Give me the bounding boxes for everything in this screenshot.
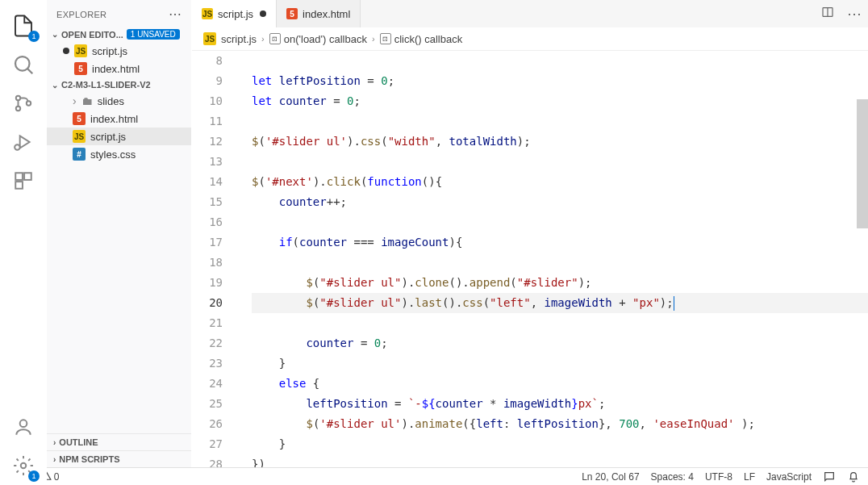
css-file-icon: # — [73, 148, 86, 161]
open-editor-item[interactable]: JSscript.js — [47, 42, 191, 60]
line-number: 13 — [192, 152, 223, 172]
status-feedback-icon[interactable] — [823, 470, 836, 483]
tab-bar: JSscript.js5index.html ⋯ — [192, 0, 868, 27]
source-control-icon[interactable] — [9, 89, 38, 118]
code-line[interactable]: let counter = 0; — [252, 91, 868, 111]
code-line[interactable] — [252, 51, 868, 71]
line-number: 9 — [192, 71, 223, 91]
js-file-icon: JS — [203, 32, 216, 45]
tab-script-js[interactable]: JSscript.js — [192, 0, 277, 27]
explorer-badge: 1 — [28, 31, 40, 42]
split-editor-icon[interactable] — [815, 6, 841, 23]
code-line[interactable]: } — [252, 353, 868, 374]
gutter: 8910111213141516171819202122232425262728 — [192, 51, 237, 467]
scrollbar[interactable] — [857, 51, 868, 467]
svg-point-10 — [20, 420, 27, 427]
npm-scripts-header[interactable]: › NPM SCRIPTS — [47, 450, 191, 467]
svg-point-11 — [21, 463, 27, 469]
line-number: 16 — [192, 212, 223, 232]
status-eol[interactable]: LF — [744, 471, 755, 483]
code-line[interactable]: $('#slider ul').css("width", totalWidth)… — [252, 132, 868, 152]
code-line[interactable]: if(counter === imageCount){ — [252, 232, 868, 253]
code-line[interactable]: $("#slider ul").last().css("left", image… — [252, 293, 868, 313]
code-line[interactable]: counter++; — [252, 192, 868, 212]
tree-file[interactable]: #styles.css — [47, 145, 191, 163]
html-file-icon: 5 — [74, 62, 87, 75]
status-spaces[interactable]: Spaces: 4 — [651, 471, 694, 483]
scroll-thumb[interactable] — [857, 99, 868, 228]
chevron-right-icon: › — [73, 94, 77, 107]
code-line[interactable] — [252, 111, 868, 132]
line-number: 11 — [192, 111, 223, 132]
code-content[interactable]: let leftPosition = 0;let counter = 0; $(… — [237, 51, 868, 467]
tab-more-icon[interactable]: ⋯ — [841, 5, 868, 23]
chevron-down-icon: ⌄ — [52, 81, 58, 90]
chevron-right-icon: › — [53, 455, 56, 464]
line-number: 20 — [192, 293, 223, 313]
code-line[interactable]: }) — [252, 454, 868, 467]
svg-rect-7 — [15, 173, 23, 180]
code-line[interactable]: counter = 0; — [252, 333, 868, 353]
tab-label: script.js — [218, 8, 253, 20]
explorer-icon[interactable]: 1 — [9, 11, 38, 40]
accounts-icon[interactable] — [9, 412, 38, 441]
line-number: 28 — [192, 454, 223, 467]
code-line[interactable]: } — [252, 434, 868, 454]
code-line[interactable]: else { — [252, 374, 868, 394]
code-line[interactable] — [252, 152, 868, 172]
activity-bar: 1 1 — [0, 0, 47, 485]
status-bell-icon[interactable] — [847, 470, 860, 483]
search-icon[interactable] — [9, 50, 38, 79]
tree-folder[interactable]: ›🖿slides — [47, 92, 191, 110]
code-line[interactable]: let leftPosition = 0; — [252, 71, 868, 91]
gear-icon[interactable]: 1 — [9, 451, 38, 480]
status-position[interactable]: Ln 20, Col 67 — [582, 471, 639, 483]
line-number: 18 — [192, 253, 223, 273]
code-line[interactable]: $('#next').click(function(){ — [252, 172, 868, 192]
line-number: 8 — [192, 51, 223, 71]
tree-file[interactable]: JSscript.js — [47, 128, 191, 145]
open-editors-header[interactable]: ⌄ OPEN EDITO... 1 UNSAVED — [47, 27, 191, 42]
line-number: 26 — [192, 414, 223, 434]
symbol-method-icon: ⊡ — [269, 33, 281, 44]
status-encoding[interactable]: UTF-8 — [705, 471, 732, 483]
sidebar-more-icon[interactable]: ⋯ — [169, 6, 182, 22]
code-line[interactable]: $('#slider ul').animate({left: leftPosit… — [252, 414, 868, 434]
unsaved-badge: 1 UNSAVED — [127, 29, 180, 40]
run-debug-icon[interactable] — [9, 128, 38, 157]
breadcrumb[interactable]: JS script.js › ⊡ on('load') callback › ⊡… — [192, 27, 868, 51]
code-editor[interactable]: 8910111213141516171819202122232425262728… — [192, 51, 868, 467]
svg-line-1 — [27, 69, 32, 73]
code-line[interactable] — [252, 313, 868, 333]
chevron-right-icon: › — [53, 438, 56, 447]
js-file-icon: JS — [74, 44, 87, 57]
svg-point-3 — [16, 107, 20, 111]
svg-point-2 — [16, 96, 20, 100]
open-editor-item[interactable]: 5index.html — [47, 60, 191, 77]
extensions-icon[interactable] — [9, 166, 38, 195]
line-number: 23 — [192, 353, 223, 374]
line-number: 12 — [192, 132, 223, 152]
js-file-icon: JS — [73, 130, 86, 143]
code-line[interactable] — [252, 212, 868, 232]
tree-file[interactable]: 5index.html — [47, 110, 191, 128]
html-file-icon: 5 — [286, 8, 298, 19]
line-number: 22 — [192, 333, 223, 353]
code-line[interactable]: leftPosition = `-${counter * imageWidth}… — [252, 394, 868, 414]
tab-index-html[interactable]: 5index.html — [277, 0, 361, 27]
svg-rect-9 — [15, 182, 23, 189]
js-file-icon: JS — [202, 8, 213, 19]
sidebar-title: EXPLORER — [56, 10, 106, 19]
line-number: 10 — [192, 91, 223, 111]
code-line[interactable] — [252, 253, 868, 273]
status-language[interactable]: JavaScript — [766, 471, 812, 483]
file-name: script.js — [92, 45, 127, 57]
project-header[interactable]: ⌄ C2-M3-L1-SLIDER-V2 — [47, 77, 191, 92]
code-line[interactable]: $("#slider ul").clone().append("#slider"… — [252, 273, 868, 293]
file-name: index.html — [92, 63, 140, 75]
line-number: 17 — [192, 232, 223, 253]
outline-header[interactable]: › OUTLINE — [47, 433, 191, 450]
modified-dot-icon — [63, 48, 69, 54]
file-name: styles.css — [90, 148, 136, 161]
tab-label: index.html — [303, 8, 350, 20]
